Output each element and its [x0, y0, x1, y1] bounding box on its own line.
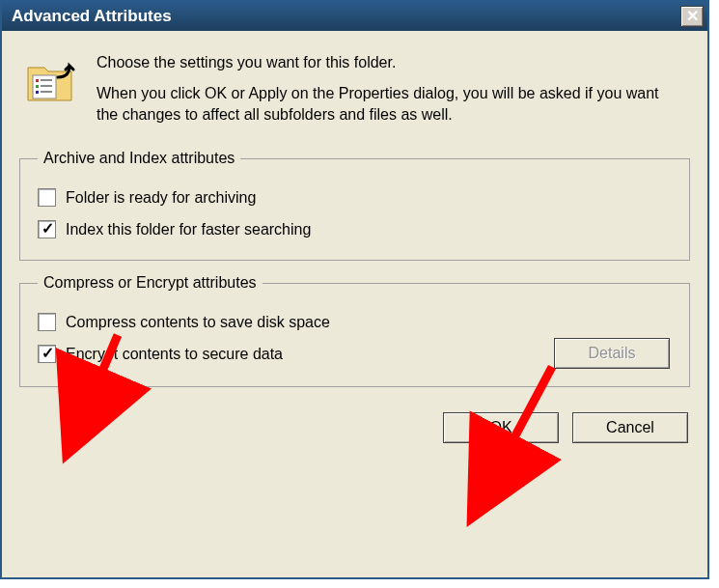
archive-index-group: Archive and Index attributes Folder is r…	[19, 150, 690, 261]
compress-row: Compress contents to save disk space	[38, 313, 672, 331]
folder-settings-icon	[25, 54, 77, 108]
dialog-body: Choose the settings you want for this fo…	[2, 31, 707, 457]
archive-label: Folder is ready for archiving	[66, 189, 256, 207]
intro-text: Choose the settings you want for this fo…	[97, 54, 684, 125]
titlebar: Advanced Attributes ✕	[2, 2, 707, 31]
svg-rect-4	[41, 85, 52, 87]
window-title: Advanced Attributes	[12, 7, 172, 26]
compress-encrypt-legend: Compress or Encrypt attributes	[38, 274, 263, 292]
compress-checkbox[interactable]	[38, 313, 56, 331]
index-checkbox[interactable]	[38, 220, 56, 238]
close-icon: ✕	[686, 9, 699, 24]
ok-button[interactable]: OK	[443, 412, 559, 443]
archive-index-legend: Archive and Index attributes	[38, 150, 240, 167]
svg-rect-6	[41, 91, 52, 93]
index-row: Index this folder for faster searching	[38, 220, 672, 238]
archive-row: Folder is ready for archiving	[38, 188, 672, 207]
svg-rect-2	[41, 79, 52, 81]
svg-rect-3	[36, 85, 39, 88]
encrypt-checkbox[interactable]	[38, 345, 56, 363]
index-label: Index this folder for faster searching	[66, 221, 311, 238]
compress-label: Compress contents to save disk space	[66, 314, 330, 331]
dialog-buttons: OK Cancel	[19, 397, 690, 443]
close-button[interactable]: ✕	[680, 6, 704, 27]
encrypt-label: Encrypt contents to secure data	[66, 346, 283, 363]
cancel-button[interactable]: Cancel	[572, 412, 688, 443]
archive-checkbox[interactable]	[38, 188, 56, 207]
svg-rect-1	[36, 79, 39, 82]
compress-encrypt-group: Compress or Encrypt attributes Compress …	[19, 274, 690, 387]
advanced-attributes-dialog: Advanced Attributes ✕	[0, 0, 709, 579]
intro-line-1: Choose the settings you want for this fo…	[97, 54, 684, 71]
svg-rect-5	[36, 91, 39, 94]
details-button: Details	[554, 338, 670, 369]
intro-section: Choose the settings you want for this fo…	[19, 46, 690, 136]
intro-line-2: When you click OK or Apply on the Proper…	[97, 83, 684, 125]
